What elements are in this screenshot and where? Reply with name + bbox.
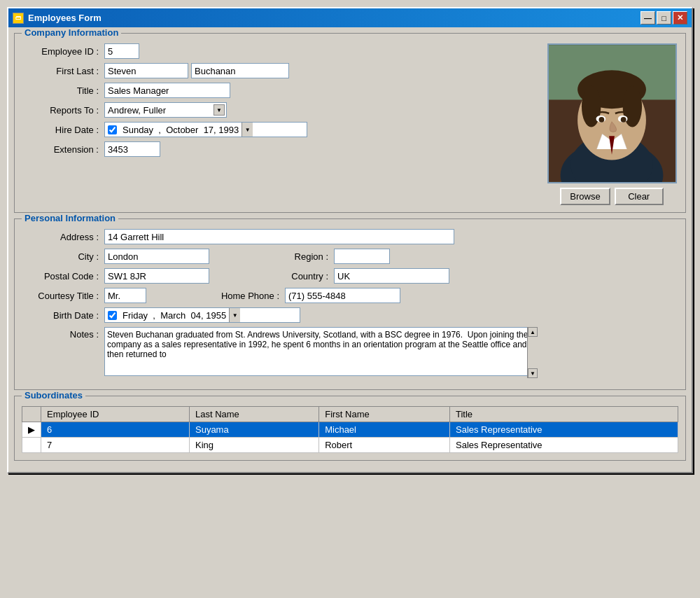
birth-date-field: Friday , March 04, 1955 ▼ [104, 307, 300, 323]
photo-frame [547, 43, 677, 183]
clear-button[interactable]: Clear [615, 188, 664, 205]
cell-id: 6 [41, 422, 190, 438]
header-first-name: First Name [319, 407, 450, 422]
header-employee-id: Employee ID [41, 407, 190, 422]
first-last-row: First Last : [22, 63, 538, 78]
subordinates-section-label: Subordinates [22, 390, 85, 401]
hire-date-day: Sunday [122, 125, 153, 135]
title-bar-left: 🗃 Employees Form [13, 13, 102, 24]
browse-button[interactable]: Browse [560, 188, 610, 205]
title-row: Title : [22, 83, 538, 98]
address-row: Address : [22, 229, 678, 244]
hire-date-arrow-icon[interactable]: ▼ [241, 123, 253, 137]
table-row[interactable]: ▶6SuyamaMichaelSales Representative [22, 422, 678, 438]
app-icon: 🗃 [13, 13, 24, 24]
cell-last_name: Suyama [189, 422, 318, 438]
main-window: 🗃 Employees Form — □ ✕ Company Informati… [7, 7, 693, 473]
row-indicator: ▶ [22, 422, 41, 438]
header-last-name: Last Name [189, 407, 318, 422]
address-input[interactable] [104, 229, 454, 244]
extension-input[interactable] [104, 141, 160, 157]
window-title: Employees Form [28, 13, 102, 23]
hire-date-month: October [166, 125, 198, 135]
personal-section-label: Personal Information [22, 213, 118, 223]
subordinates-table: Employee ID Last Name First Name Title ▶… [22, 406, 678, 453]
svg-point-11 [598, 117, 604, 123]
birth-date-label: Birth Date : [22, 310, 99, 321]
reports-to-dropdown[interactable]: Andrew, Fuller ▼ [104, 102, 227, 118]
birth-date-day-num: 04, [191, 310, 204, 321]
title-bar: 🗃 Employees Form — □ ✕ [8, 8, 692, 27]
hire-date-label: Hire Date : [22, 125, 99, 135]
close-button[interactable]: ✕ [673, 11, 687, 25]
company-section-label: Company Information [22, 27, 121, 38]
birth-date-year: 1955 [206, 310, 226, 321]
employee-photo [549, 43, 676, 183]
minimize-button[interactable]: — [640, 11, 655, 25]
postal-code-input[interactable] [104, 268, 209, 284]
city-region-row: City : Region : [22, 249, 678, 264]
notes-container: Steven Buchanan graduated from St. Andre… [104, 327, 538, 378]
hire-date-parts: Sunday , October 17, 1993 [120, 125, 241, 135]
title-input[interactable] [104, 83, 230, 98]
birth-date-month: March [160, 310, 186, 321]
region-input[interactable] [334, 249, 390, 264]
window-body: Company Information Employee ID : First … [8, 27, 692, 472]
last-name-input[interactable] [191, 63, 289, 78]
address-label: Address : [22, 232, 99, 242]
first-name-input[interactable] [104, 63, 188, 78]
notes-input[interactable]: Steven Buchanan graduated from St. Andre… [104, 327, 538, 376]
hire-date-checkbox[interactable] [108, 125, 117, 134]
reports-to-arrow-icon[interactable]: ▼ [214, 104, 225, 116]
table-header-row: Employee ID Last Name First Name Title [22, 407, 678, 422]
extension-row: Extension : [22, 141, 538, 157]
extension-label: Extension : [22, 144, 99, 155]
title-label: Title : [22, 85, 99, 96]
employee-id-row: Employee ID : [22, 43, 538, 59]
scrollbar-down-icon[interactable]: ▼ [528, 368, 538, 378]
company-section: Company Information Employee ID : First … [14, 33, 686, 213]
employee-id-label: Employee ID : [22, 46, 99, 57]
birth-date-checkbox[interactable] [108, 311, 117, 320]
birth-date-parts: Friday , March 04, 1955 [120, 310, 229, 321]
courtesy-title-input[interactable] [104, 288, 146, 303]
country-input[interactable] [334, 268, 449, 284]
birth-date-row: Birth Date : Friday , March 04, 1955 ▼ [22, 307, 678, 323]
city-label: City : [22, 251, 99, 262]
cell-first_name: Robert [319, 438, 450, 453]
cell-title: Sales Representative [449, 422, 678, 438]
hire-date-day-num: 17, [204, 125, 216, 135]
photo-buttons: Browse Clear [560, 188, 663, 205]
personal-section: Personal Information Address : City : Re… [14, 218, 686, 390]
hire-date-year: 1993 [218, 125, 239, 135]
notes-row: Notes : Steven Buchanan graduated from S… [22, 327, 678, 378]
home-phone-input[interactable] [285, 288, 400, 303]
svg-point-12 [620, 117, 626, 123]
cell-title: Sales Representative [449, 438, 678, 453]
cell-id: 7 [41, 438, 190, 453]
reports-to-value: Andrew, Fuller [108, 105, 223, 116]
postal-country-row: Postal Code : Country : [22, 268, 678, 284]
reports-to-row: Reports To : Andrew, Fuller ▼ [22, 102, 538, 118]
notes-scrollbar[interactable]: ▲ ▼ [527, 327, 538, 378]
subordinates-section: Subordinates Employee ID Last Name First… [14, 396, 686, 461]
home-phone-label: Home Phone : [202, 291, 279, 301]
header-indicator [22, 407, 41, 422]
scrollbar-up-icon[interactable]: ▲ [528, 327, 538, 337]
cell-last_name: King [189, 438, 318, 453]
courtesy-title-label: Courtesy Title : [22, 291, 99, 301]
courtesy-phone-row: Courtesy Title : Home Phone : [22, 288, 678, 303]
region-label: Region : [251, 251, 328, 262]
cell-first_name: Michael [319, 422, 450, 438]
city-input[interactable] [104, 249, 209, 264]
company-fields: Employee ID : First Last : Title : [22, 43, 538, 205]
table-row[interactable]: 7KingRobertSales Representative [22, 438, 678, 453]
birth-date-arrow-icon[interactable]: ▼ [229, 308, 240, 322]
birth-date-day: Friday [122, 310, 148, 321]
notes-label: Notes : [22, 329, 99, 340]
postal-code-label: Postal Code : [22, 271, 99, 281]
reports-to-label: Reports To : [22, 105, 99, 116]
employee-id-input[interactable] [104, 43, 139, 59]
hire-date-row: Hire Date : Sunday , October 17, 199 [22, 122, 538, 137]
maximize-button[interactable]: □ [657, 11, 671, 25]
